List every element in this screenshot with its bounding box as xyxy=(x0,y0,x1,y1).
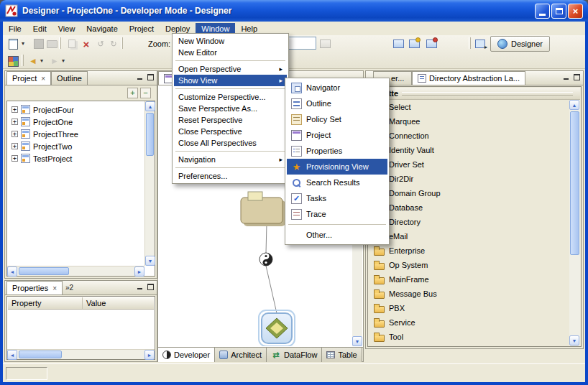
monitor-new-icon-button[interactable] xyxy=(407,37,421,51)
scrollbar-thumb[interactable] xyxy=(146,113,154,156)
minimize-view-icon[interactable] xyxy=(563,74,569,80)
tree-item-projectthree[interactable]: +ProjectThree xyxy=(8,128,144,140)
scrollbar-track[interactable] xyxy=(145,111,155,256)
tree-item-projectfour[interactable]: +ProjectFour xyxy=(8,103,144,116)
menu-item-policy-set[interactable]: Policy Set xyxy=(287,111,387,127)
zoom-tool-icon[interactable] xyxy=(318,37,332,51)
menu-item-open-perspective[interactable]: Open Perspective▸ xyxy=(174,63,287,75)
editor-mode-tab-developer[interactable]: Developer xyxy=(158,348,215,362)
palette-item-driver-set[interactable]: Driver Set xyxy=(369,157,569,172)
palette-vertical-scrollbar[interactable]: ▲ ▼ xyxy=(569,100,580,345)
tab-project[interactable]: Project × xyxy=(6,71,51,85)
column-header-property[interactable]: Property xyxy=(8,297,83,309)
tree-vertical-scrollbar[interactable]: ▲ ▼ xyxy=(144,101,155,266)
hidden-tabs-indicator[interactable]: »2 xyxy=(65,284,73,292)
menubar-item-view[interactable]: View xyxy=(52,23,81,34)
connection-line[interactable] xyxy=(266,223,277,313)
scrollbar-track[interactable] xyxy=(17,266,134,276)
tree-item-testproject[interactable]: +TestProject xyxy=(8,152,144,164)
expand-icon[interactable]: + xyxy=(12,131,18,137)
expand-all-button[interactable]: + xyxy=(127,88,138,98)
diagram-mode-button[interactable] xyxy=(6,54,20,68)
minimize-button[interactable] xyxy=(535,4,550,19)
menu-item-preferences[interactable]: Preferences... xyxy=(174,170,287,182)
palette-item-op-system[interactable]: Op System xyxy=(369,258,569,272)
expand-icon[interactable]: + xyxy=(12,143,18,149)
palette-item-service[interactable]: Service xyxy=(369,315,569,330)
back-history-chevron-icon[interactable]: ▾ xyxy=(39,57,45,64)
maximize-view-icon[interactable] xyxy=(147,74,154,80)
menu-item-new-window[interactable]: New Window xyxy=(174,35,287,47)
menu-item-show-view[interactable]: Show View▸ xyxy=(174,75,287,86)
palette-item-email[interactable]: eMail xyxy=(369,229,569,243)
undo-button[interactable] xyxy=(93,37,108,51)
forward-button[interactable] xyxy=(47,54,62,68)
palette-grip-icon[interactable] xyxy=(402,92,573,96)
palette-item-select[interactable]: Select xyxy=(369,100,569,114)
editor-mode-tab-dataflow[interactable]: DataFlow xyxy=(267,348,322,362)
menubar-item-file[interactable]: File xyxy=(3,23,27,34)
menubar-item-navigate[interactable]: Navigate xyxy=(81,23,123,34)
scroll-down-icon[interactable]: ▼ xyxy=(352,336,362,346)
maximize-view-icon[interactable] xyxy=(574,74,580,80)
minimize-view-icon[interactable] xyxy=(137,74,143,80)
scrollbar-thumb[interactable] xyxy=(19,267,69,275)
palette-item-message-bus[interactable]: Message Bus xyxy=(369,287,569,301)
menu-item-tasks[interactable]: Tasks xyxy=(287,190,387,206)
policy-yin-yang-icon[interactable] xyxy=(259,253,272,266)
close-button[interactable]: × xyxy=(568,4,583,19)
palette-item-domain-group[interactable]: Domain Group xyxy=(369,186,569,200)
palette-item-database[interactable]: Database xyxy=(369,200,569,215)
maximize-button[interactable] xyxy=(551,4,566,19)
close-icon[interactable]: × xyxy=(41,75,45,83)
delete-button[interactable] xyxy=(79,37,93,51)
palette-item-pbx[interactable]: PBX xyxy=(369,301,569,315)
tab-outline[interactable]: Outline xyxy=(51,71,88,85)
scroll-down-icon[interactable]: ▼ xyxy=(145,256,155,266)
expand-icon[interactable]: + xyxy=(12,106,18,113)
forward-history-chevron-icon[interactable]: ▾ xyxy=(60,57,66,64)
menubar-item-project[interactable]: Project xyxy=(124,23,160,34)
editor-mode-tab-table[interactable]: Table xyxy=(322,348,362,362)
properties-horizontal-scrollbar[interactable]: ◄ ► xyxy=(7,349,155,359)
menu-item-close-all-perspectives[interactable]: Close All Perspectives xyxy=(174,137,287,149)
palette-item-mainframe[interactable]: MainFrame xyxy=(369,272,569,287)
palette-item-marquee[interactable]: Marquee xyxy=(369,114,569,129)
collapse-all-button[interactable]: − xyxy=(140,88,151,98)
scrollbar-track[interactable] xyxy=(569,110,580,335)
open-perspective-button[interactable] xyxy=(473,37,487,51)
application-node[interactable] xyxy=(259,310,295,346)
column-header-value[interactable]: Value xyxy=(83,297,109,309)
palette-header[interactable]: Palette xyxy=(369,88,580,100)
menu-item-navigator[interactable]: Navigator xyxy=(287,80,387,96)
identity-vault-node[interactable] xyxy=(241,192,285,226)
save-button[interactable] xyxy=(32,37,46,51)
palette-item-tool[interactable]: Tool xyxy=(369,330,569,344)
menu-item-trace[interactable]: Trace xyxy=(287,206,387,222)
close-icon[interactable]: × xyxy=(52,284,57,292)
redo-button[interactable] xyxy=(106,37,121,51)
menu-item-other[interactable]: Other... xyxy=(287,227,387,243)
menu-item-navigation[interactable]: Navigation▸ xyxy=(174,154,287,165)
scroll-right-icon[interactable]: ► xyxy=(134,266,144,277)
expand-icon[interactable]: + xyxy=(12,119,18,125)
palette-item-directory[interactable]: Directory xyxy=(369,215,569,229)
new-wizard-button[interactable] xyxy=(6,37,20,51)
palette-item-dir2dir[interactable]: Dir2Dir xyxy=(369,172,569,186)
back-button[interactable] xyxy=(26,54,40,68)
menu-item-project[interactable]: Project xyxy=(287,127,387,143)
scroll-right-icon[interactable]: ► xyxy=(144,350,155,360)
designer-perspective-button[interactable]: Designer xyxy=(490,36,550,52)
chevron-down-icon[interactable]: ▾ xyxy=(20,40,26,47)
menu-item-close-perspective[interactable]: Close Perspective xyxy=(174,126,287,137)
menu-item-save-perspective-as[interactable]: Save Perspective As... xyxy=(174,103,287,114)
menu-item-properties[interactable]: Properties xyxy=(287,143,387,159)
expand-icon[interactable]: + xyxy=(12,155,18,162)
tree-item-projectone[interactable]: +ProjectOne xyxy=(8,116,144,128)
scroll-left-icon[interactable]: ◄ xyxy=(7,266,17,277)
tree-horizontal-scrollbar[interactable]: ◄ ► xyxy=(7,266,144,276)
scroll-up-icon[interactable]: ▲ xyxy=(569,100,579,110)
print-button[interactable] xyxy=(45,37,59,51)
menubar-item-edit[interactable]: Edit xyxy=(27,23,52,34)
scrollbar-thumb[interactable] xyxy=(19,351,62,358)
